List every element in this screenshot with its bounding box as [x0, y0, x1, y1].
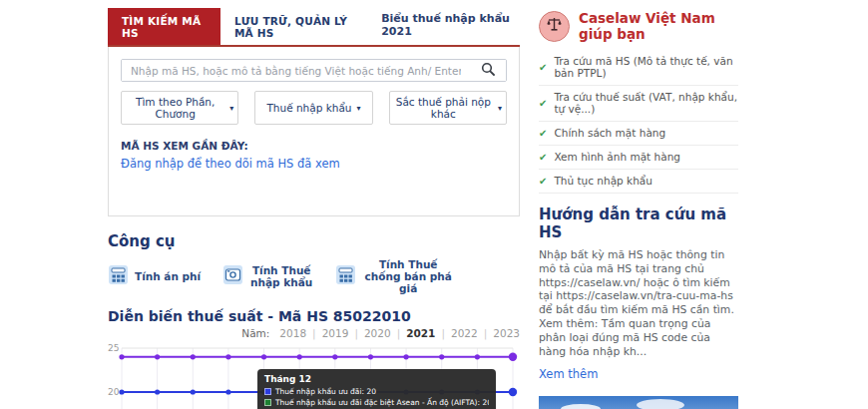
read-more-link[interactable]: Xem thêm: [539, 367, 598, 381]
feature-list: ✔ Tra cứu mã HS (Mô tả thực tế, văn bản …: [539, 50, 738, 194]
year-2023[interactable]: 2023: [478, 327, 520, 339]
tool-court-fee-calculator[interactable]: Tính án phí: [108, 264, 201, 289]
year-label: Năm:: [241, 327, 269, 339]
caret-down-icon: ▾: [229, 104, 233, 113]
year-2021-active[interactable]: 2021: [391, 327, 436, 339]
tool-label: Tính Thuế nhập khẩu: [249, 264, 313, 288]
tooltip-title: Tháng 12: [264, 374, 489, 384]
calculator-icon: [108, 264, 129, 289]
feature-text: Tra cứu thuế suất (VAT, nhập khẩu, tự vệ…: [554, 91, 738, 115]
search-button[interactable]: [470, 60, 506, 81]
sidebar: Caselaw Việt Nam giúp bạn ✔ Tra cứu mã H…: [539, 10, 738, 409]
year-2019[interactable]: 2019: [306, 327, 348, 339]
scales-of-justice-icon: [546, 16, 563, 37]
feature-text: Tra cứu mã HS (Mô tả thực tế, văn bản PT…: [554, 55, 738, 79]
feature-item-images: ✔ Xem hình ảnh mặt hàng: [539, 146, 738, 170]
guide-heading: Hướng dẫn tra cứu mã HS: [539, 205, 738, 241]
feature-item-tax-rate: ✔ Tra cứu thuế suất (VAT, nhập khẩu, tự …: [539, 86, 738, 122]
tool-import-tax-calculator[interactable]: Tính Thuế nhập khẩu: [222, 264, 313, 289]
tool-label: Tính Thuế chống bán phá giá: [362, 258, 454, 294]
brand-row: Caselaw Việt Nam giúp bạn: [539, 10, 738, 42]
chart-tooltip: Tháng 12 Thuế nhập khẩu ưu đãi20 Thuế nh…: [257, 369, 496, 409]
calculator-icon: [335, 264, 356, 289]
tooltip-label: Thuế nhập khẩu ưu đãi đặc biệt Asean - Ấ…: [275, 398, 482, 407]
tool-antidumping-tax-calculator[interactable]: Tính Thuế chống bán phá giá: [335, 258, 454, 294]
feature-text: Chính sách mặt hàng: [554, 127, 665, 139]
tooltip-value: 20: [366, 387, 376, 396]
tooltip-value: 20: [482, 398, 489, 407]
legend-swatch-blue: [264, 388, 271, 395]
feature-item-hs-lookup: ✔ Tra cứu mã HS (Mô tả thực tế, văn bản …: [539, 50, 738, 86]
search-input[interactable]: [122, 60, 470, 81]
svg-text:20: 20: [108, 387, 120, 397]
check-icon: ✔: [539, 152, 547, 163]
sidebar-heading: Caselaw Việt Nam giúp bạn: [579, 10, 738, 42]
search-group: [121, 59, 507, 82]
check-icon: ✔: [539, 128, 547, 139]
legend-swatch-green: [264, 399, 271, 406]
main-column: TÌM KIẾM MÃ HS LƯU TRỮ, QUẢN LÝ MÃ HS Bi…: [108, 8, 520, 409]
tools-section: Công cụ Tính án phí Tính Thuế nhập khẩu: [108, 232, 520, 294]
login-to-track-link[interactable]: Đăng nhập để theo dõi mã HS đã xem: [121, 157, 340, 171]
caret-down-icon: ▾: [498, 104, 502, 113]
search-panel: Tìm theo Phần, Chương ▾ Thuế nhập khẩu ▾…: [108, 47, 520, 216]
tooltip-label: Thuế nhập khẩu ưu đãi: [275, 387, 366, 396]
check-icon: ✔: [539, 62, 547, 73]
caret-down-icon: ▾: [357, 104, 361, 113]
guide-body-text: Nhập bất kỳ mã HS hoặc thông tin mô tả c…: [539, 248, 738, 359]
chart-title: Diễn biến thuế suất - Mã HS 85022010: [108, 308, 520, 324]
filter-other-taxes[interactable]: Sắc thuế phải nộp khác ▾: [389, 91, 507, 125]
feature-item-policy: ✔ Chính sách mặt hàng: [539, 122, 738, 146]
search-icon: [481, 62, 495, 79]
camera-calculator-icon: [222, 264, 243, 289]
feature-text: Thủ tục nhập khẩu: [554, 175, 652, 187]
year-2018[interactable]: 2018: [279, 327, 306, 339]
check-icon: ✔: [539, 98, 547, 109]
year-2022[interactable]: 2022: [435, 327, 477, 339]
tab-manage-hs[interactable]: LƯU TRỮ, QUẢN LÝ MÃ HS: [220, 8, 381, 45]
tariff-schedule-link[interactable]: Biểu thuế nhập khẩu 2021: [381, 12, 520, 42]
filter-import-tax[interactable]: Thuế nhập khẩu ▾: [254, 91, 372, 125]
recent-hs-title: MÃ HS XEM GẦN ĐÂY:: [121, 140, 507, 152]
tax-rate-chart[interactable]: 2025 Tháng 12 Thuế nhập khẩu ưu đãi20 Th…: [108, 341, 520, 409]
svg-text:25: 25: [108, 343, 119, 353]
tooltip-row: Thuế nhập khẩu ưu đãi đặc biệt Asean - Ấ…: [264, 397, 489, 408]
tab-search-hs[interactable]: TÌM KIẾM MÃ HS: [108, 8, 220, 45]
recent-hs-section: MÃ HS XEM GẦN ĐÂY: Đăng nhập để theo dõi…: [121, 140, 507, 172]
feature-item-procedures: ✔ Thủ tục nhập khẩu: [539, 170, 738, 194]
tools-heading: Công cụ: [108, 232, 520, 250]
tools-row: Tính án phí Tính Thuế nhập khẩu Tính Thu…: [108, 258, 520, 294]
port-photo: [539, 396, 738, 409]
year-selector: Năm: 201820192020202120222023: [108, 327, 520, 339]
hs-code-lookup-page: TÌM KIẾM MÃ HS LƯU TRỮ, QUẢN LÝ MÃ HS Bi…: [0, 0, 868, 409]
year-2020[interactable]: 2020: [348, 327, 390, 339]
filter-section-chapter[interactable]: Tìm theo Phần, Chương ▾: [121, 91, 238, 125]
caselaw-logo: [539, 11, 570, 42]
filter-label: Sắc thuế phải nộp khác: [394, 96, 493, 120]
check-icon: ✔: [539, 176, 547, 187]
filter-row: Tìm theo Phần, Chương ▾ Thuế nhập khẩu ▾…: [121, 91, 507, 125]
tooltip-row: Thuế nhập khẩu ưu đãi20: [264, 386, 489, 397]
tab-bar: TÌM KIẾM MÃ HS LƯU TRỮ, QUẢN LÝ MÃ HS Bi…: [108, 8, 520, 47]
filter-label: Thuế nhập khẩu: [266, 102, 351, 114]
feature-text: Xem hình ảnh mặt hàng: [554, 151, 680, 163]
tool-label: Tính án phí: [135, 270, 201, 282]
filter-label: Tìm theo Phần, Chương: [126, 96, 224, 120]
